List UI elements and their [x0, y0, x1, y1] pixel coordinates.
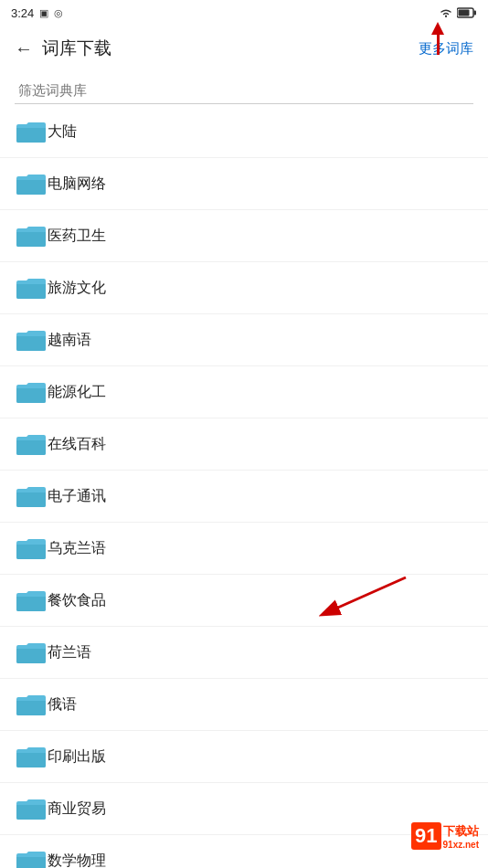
- item-label: 电脑网络: [48, 175, 106, 194]
- folder-icon: [15, 275, 48, 301]
- list-item[interactable]: 越南语: [0, 314, 488, 366]
- annotation-list-arrow: [305, 573, 415, 628]
- svg-line-5: [324, 577, 406, 614]
- wifi-icon: [439, 7, 453, 18]
- watermark: 91 下载站 91xz.net: [411, 822, 479, 850]
- watermark-text-block: 下载站 91xz.net: [443, 823, 479, 850]
- folder-icon: [15, 171, 48, 196]
- folder-icon: [15, 848, 48, 868]
- watermark-domain: 91xz.net: [443, 840, 479, 850]
- annotation-top-arrow: [431, 22, 444, 55]
- item-label: 荷兰语: [48, 643, 91, 662]
- item-label: 乌克兰语: [48, 539, 106, 558]
- item-label: 大陆: [48, 122, 77, 142]
- item-label: 数学物理: [48, 852, 106, 869]
- watermark-number: 91: [411, 822, 440, 850]
- list-item[interactable]: 乌克兰语: [0, 523, 488, 575]
- list-item[interactable]: 印刷出版: [0, 731, 488, 783]
- item-label: 俄语: [48, 695, 77, 715]
- folder-icon: [15, 431, 48, 457]
- list-item[interactable]: 大陆: [0, 106, 488, 158]
- folder-icon: [15, 483, 48, 509]
- folder-icon: [15, 119, 48, 144]
- svg-rect-2: [459, 10, 470, 16]
- notification-icon: ▣: [39, 7, 48, 19]
- item-label: 越南语: [48, 331, 91, 350]
- top-bar: ← 词库下载 更多词库: [0, 26, 488, 71]
- folder-icon: [15, 587, 48, 613]
- list-item[interactable]: 旅游文化: [0, 262, 488, 314]
- folder-icon: [15, 640, 48, 665]
- folder-icon: [15, 327, 48, 353]
- list-item[interactable]: 荷兰语: [0, 627, 488, 679]
- page-title: 词库下载: [42, 37, 111, 60]
- back-button[interactable]: ←: [15, 38, 33, 59]
- arrow-shaft-up: [437, 35, 440, 55]
- item-label: 在线百科: [48, 435, 106, 454]
- item-label: 医药卫生: [48, 227, 106, 246]
- list-container: 大陆 电脑网络 医药卫生 旅游文化: [0, 106, 488, 868]
- list-item[interactable]: 在线百科: [0, 418, 488, 471]
- status-bar: 3:24 ▣ ◎: [0, 0, 488, 26]
- status-time: 3:24 ▣ ◎: [11, 6, 63, 20]
- arrow-head-up: [431, 22, 444, 35]
- item-label: 电子通讯: [48, 487, 106, 506]
- svg-rect-3: [474, 11, 477, 16]
- top-bar-left: ← 词库下载: [15, 37, 111, 60]
- more-button[interactable]: 更多词库: [419, 40, 473, 58]
- list-item-canyin[interactable]: 餐饮食品: [0, 575, 488, 627]
- item-label: 餐饮食品: [48, 591, 106, 610]
- list-item[interactable]: 俄语: [0, 679, 488, 731]
- item-label: 能源化工: [48, 383, 106, 402]
- folder-icon: [15, 796, 48, 821]
- folder-icon: [15, 692, 48, 717]
- svg-point-0: [445, 16, 447, 17]
- search-input[interactable]: [15, 77, 473, 104]
- watermark-label: 下载站: [443, 823, 479, 840]
- search-bar: [0, 71, 488, 104]
- list-item[interactable]: 能源化工: [0, 366, 488, 418]
- app-container: 3:24 ▣ ◎ ← 词库下载: [0, 0, 488, 868]
- folder-icon: [15, 223, 48, 249]
- list-item[interactable]: 医药卫生: [0, 210, 488, 262]
- status-icons: [439, 7, 477, 18]
- folder-icon: [15, 535, 48, 561]
- list-item[interactable]: 电脑网络: [0, 158, 488, 210]
- diagonal-arrow-svg: [305, 573, 415, 628]
- list-item[interactable]: 电子通讯: [0, 471, 488, 523]
- item-label: 商业贸易: [48, 799, 106, 819]
- folder-icon: [15, 744, 48, 769]
- battery-icon: [457, 7, 477, 18]
- folder-icon: [15, 379, 48, 405]
- time-display: 3:24: [11, 6, 34, 20]
- item-label: 旅游文化: [48, 279, 106, 298]
- item-label: 印刷出版: [48, 747, 106, 767]
- alert-icon: ◎: [54, 7, 63, 19]
